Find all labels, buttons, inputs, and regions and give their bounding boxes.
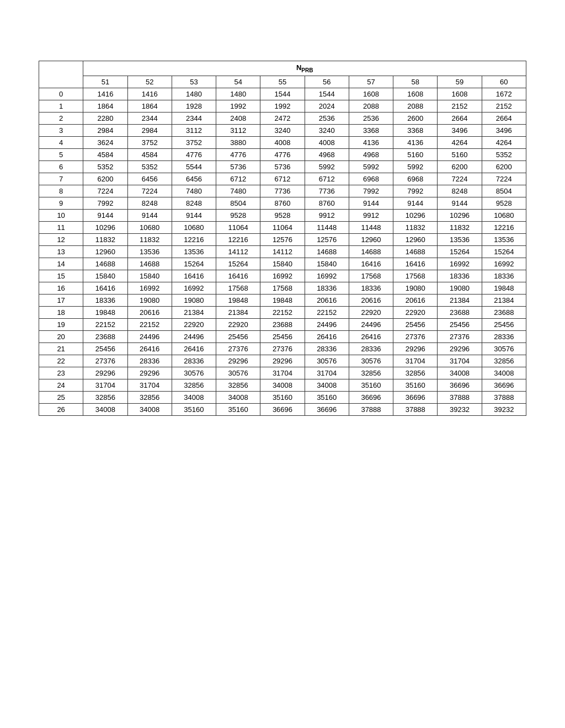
cell-20-1: 24496 [127, 330, 172, 342]
cell-17-1: 19080 [127, 294, 172, 306]
cell-3-2: 3112 [172, 124, 216, 136]
cell-22-0: 27376 [83, 355, 127, 367]
cell-11-8: 11832 [438, 221, 482, 233]
cell-18-9: 23688 [482, 306, 526, 318]
row-index-25: 25 [39, 391, 83, 403]
cell-9-6: 9144 [349, 197, 393, 209]
column-header-58: 58 [393, 76, 438, 88]
cell-12-1: 11832 [127, 233, 172, 245]
cell-1-2: 1928 [172, 100, 216, 112]
cell-7-5: 6712 [305, 173, 349, 185]
cell-9-3: 8504 [216, 197, 260, 209]
cell-12-8: 13536 [438, 233, 482, 245]
cell-20-2: 24496 [172, 330, 216, 342]
cell-6-5: 5992 [305, 160, 349, 173]
cell-2-8: 2664 [438, 112, 482, 124]
cell-21-2: 26416 [172, 342, 216, 355]
cell-22-9: 32856 [482, 355, 526, 367]
nprb-subscript: PRB [301, 67, 313, 73]
cell-2-6: 2536 [349, 112, 393, 124]
cell-14-4: 15840 [260, 258, 305, 270]
cell-20-5: 26416 [305, 330, 349, 342]
table-row: 2532856328563400834008351603516036696366… [39, 391, 526, 403]
row-index-9: 9 [39, 197, 83, 209]
cell-4-6: 4136 [349, 136, 393, 148]
row-index-21: 21 [39, 342, 83, 355]
cell-21-0: 25456 [83, 342, 127, 355]
cell-23-7: 32856 [393, 367, 438, 379]
cell-6-7: 5992 [393, 160, 438, 173]
column-header-60: 60 [482, 76, 526, 88]
cell-22-1: 28336 [127, 355, 172, 367]
cell-10-7: 10296 [393, 209, 438, 221]
cell-25-9: 37888 [482, 391, 526, 403]
cell-17-3: 19848 [216, 294, 260, 306]
row-index-1: 1 [39, 100, 83, 112]
cell-2-2: 2344 [172, 112, 216, 124]
cell-19-5: 24496 [305, 318, 349, 330]
cell-6-0: 5352 [83, 160, 127, 173]
cell-18-2: 21384 [172, 306, 216, 318]
cell-22-2: 28336 [172, 355, 216, 367]
table-row: 8722472247480748077367736799279928248850… [39, 185, 526, 197]
column-header-53: 53 [172, 76, 216, 88]
cell-2-9: 2664 [482, 112, 526, 124]
cell-10-9: 10680 [482, 209, 526, 221]
cell-6-1: 5352 [127, 160, 172, 173]
cell-15-3: 16416 [216, 270, 260, 282]
cell-15-9: 18336 [482, 270, 526, 282]
cell-3-3: 3112 [216, 124, 260, 136]
cell-13-7: 14688 [393, 245, 438, 258]
cell-13-8: 15264 [438, 245, 482, 258]
row-index-11: 11 [39, 221, 83, 233]
row-index-7: 7 [39, 173, 83, 185]
cell-2-0: 2280 [83, 112, 127, 124]
cell-11-1: 10680 [127, 221, 172, 233]
cell-25-7: 36696 [393, 391, 438, 403]
cell-1-6: 2088 [349, 100, 393, 112]
row-index-8: 8 [39, 185, 83, 197]
cell-8-0: 7224 [83, 185, 127, 197]
cell-19-6: 24496 [349, 318, 393, 330]
row-index-13: 13 [39, 245, 83, 258]
cell-18-0: 19848 [83, 306, 127, 318]
cell-0-6: 1608 [349, 88, 393, 100]
cell-25-3: 34008 [216, 391, 260, 403]
row-index-6: 6 [39, 160, 83, 173]
cell-20-3: 25456 [216, 330, 260, 342]
cell-14-7: 16416 [393, 258, 438, 270]
table-row: 1922152221522292022920236882449624496254… [39, 318, 526, 330]
cell-10-3: 9528 [216, 209, 260, 221]
cell-9-7: 9144 [393, 197, 438, 209]
cell-26-0: 34008 [83, 403, 127, 415]
cell-7-3: 6712 [216, 173, 260, 185]
cell-21-7: 29296 [393, 342, 438, 355]
cell-21-6: 28336 [349, 342, 393, 355]
cell-23-6: 32856 [349, 367, 393, 379]
cell-19-3: 22920 [216, 318, 260, 330]
table-body: 0141614161480148015441544160816081608167… [39, 88, 526, 415]
cell-26-8: 39232 [438, 403, 482, 415]
cell-7-4: 6712 [260, 173, 305, 185]
cell-23-8: 34008 [438, 367, 482, 379]
cell-8-5: 7736 [305, 185, 349, 197]
cell-14-2: 15264 [172, 258, 216, 270]
cell-26-4: 36696 [260, 403, 305, 415]
cell-3-1: 2984 [127, 124, 172, 136]
cell-7-7: 6968 [393, 173, 438, 185]
cell-14-6: 16416 [349, 258, 393, 270]
cell-8-3: 7480 [216, 185, 260, 197]
cell-21-8: 29296 [438, 342, 482, 355]
cell-24-0: 31704 [83, 379, 127, 391]
cell-13-3: 14112 [216, 245, 260, 258]
row-index-26: 26 [39, 403, 83, 415]
table-row: 7620064566456671267126712696869687224722… [39, 173, 526, 185]
column-header-56: 56 [305, 76, 349, 88]
table-row: 1110296106801068011064110641144811448118… [39, 221, 526, 233]
cell-2-1: 2344 [127, 112, 172, 124]
table-row: 1091449144914495289528991299121029610296… [39, 209, 526, 221]
row-index-12: 12 [39, 233, 83, 245]
nprb-table: NPRB 51525354555657585960 01416141614801… [39, 61, 526, 416]
cell-4-0: 3624 [83, 136, 127, 148]
cell-21-1: 26416 [127, 342, 172, 355]
